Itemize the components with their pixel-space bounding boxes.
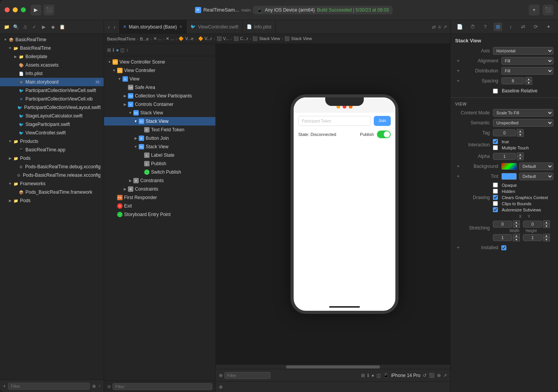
sidebar-filter-input[interactable] — [8, 383, 90, 390]
spacing-input[interactable] — [501, 77, 524, 84]
tab-viewcontroller[interactable]: 🐦 ViewController.swift — [187, 20, 242, 34]
scene-item-firstresponder[interactable]: FR First Responder — [104, 193, 215, 202]
tint-select[interactable]: Default — [519, 173, 553, 180]
canvas-btn-9[interactable]: ↗ — [443, 373, 447, 378]
nav-filter-input[interactable] — [113, 383, 212, 390]
canvas-btn-8[interactable]: ⊕ — [437, 373, 441, 378]
width-input[interactable] — [493, 234, 512, 241]
scene-item-vc[interactable]: VC View Controller — [104, 66, 215, 75]
canvas-btn-6[interactable]: ↺ — [423, 373, 427, 378]
tree-item-pods-debug[interactable]: ⚙ Pods-BasicRealTime.debug.xcconfig — [0, 162, 104, 171]
scene-item-stackview-outer[interactable]: SV Stack View — [104, 109, 215, 117]
inspector-connections-icon[interactable]: ⇄ — [519, 23, 528, 31]
scene-item-stackview-state[interactable]: SV Stack View — [104, 142, 215, 151]
nav-icon-2[interactable]: ℹ — [113, 47, 114, 53]
height-input[interactable] — [523, 234, 542, 241]
user-interaction-checkbox[interactable] — [493, 139, 498, 144]
background-swatch[interactable] — [501, 163, 517, 170]
tree-item-assets[interactable]: 🎨 Assets.xcassets — [0, 61, 104, 69]
tab-back-button[interactable]: ‹ — [106, 23, 111, 31]
hidden-checkbox[interactable] — [493, 189, 498, 194]
breadcrumb-2[interactable]: B...e — [140, 37, 149, 41]
tree-item-layout-swift[interactable]: 🐦 ParticipantCollectionViewLayout.swift — [0, 103, 104, 112]
width-increment[interactable]: ▲ — [513, 234, 520, 238]
scene-item-entrypoint[interactable]: → Storyboard Entry Point — [104, 210, 215, 219]
tab-mainstoryboard[interactable]: ✕ Main.storyboard (Base) ✕ — [119, 20, 187, 34]
canvas-scrollbar[interactable] — [216, 364, 450, 369]
width-decrement[interactable]: ▼ — [513, 238, 520, 241]
canvas-filter-input[interactable] — [224, 372, 271, 379]
scene-item-switch-publish[interactable]: ◯ Switch Publish — [104, 168, 215, 176]
scene-item-constraints-inner[interactable]: ≡ Constraints — [104, 176, 215, 185]
breadcrumb-8[interactable]: ⬛ C...r — [234, 36, 248, 41]
add-button[interactable]: + — [529, 5, 540, 15]
inspector-effects-icon[interactable]: ✦ — [545, 23, 553, 31]
scene-item-textfield[interactable]: F Text Field Token — [104, 126, 215, 134]
canvas-btn-3[interactable]: ● — [371, 373, 374, 378]
installed-checkbox[interactable] — [501, 245, 506, 250]
tab-close-button[interactable]: ✕ — [179, 25, 182, 29]
nav-icon-4[interactable]: ◫ — [120, 47, 124, 53]
tree-item-stageparticipant-swift[interactable]: 🐦 StageParticipant.swift — [0, 120, 104, 129]
x-increment[interactable]: ▲ — [513, 220, 520, 224]
background-plus[interactable]: + — [455, 163, 461, 169]
tree-item-participantcell-swift[interactable]: 🐦 ParticipantCollectionViewCell.swift — [0, 86, 104, 95]
inspector-quick-icon[interactable]: ⏱ — [468, 23, 477, 31]
tree-item-participantcell-xib[interactable]: ✕ ParticipantCollectionViewCell.xib — [0, 95, 104, 103]
canvas[interactable]: → — [216, 44, 450, 364]
tree-item-boilerplate[interactable]: 📁 Boilerplate — [0, 52, 104, 61]
tint-plus[interactable]: + — [455, 173, 461, 179]
join-button[interactable]: Join — [374, 116, 391, 126]
plus-icon[interactable]: + — [3, 384, 6, 389]
inspector-file-icon[interactable]: 📄 — [455, 23, 464, 31]
breadcrumb-4[interactable]: ✕ ... — [166, 36, 174, 41]
tag-decrement[interactable]: ▼ — [517, 133, 524, 137]
tree-item-pods-group[interactable]: 📁 Pods — [0, 154, 104, 162]
installed-plus[interactable]: + — [455, 245, 461, 251]
inspector-size-icon[interactable]: ↕ — [506, 23, 515, 31]
layout-toggle[interactable]: ⬛ — [543, 5, 553, 15]
tab-infoplist[interactable]: 📄 Info.plist — [243, 20, 276, 34]
scene-item-exit[interactable]: X Exit — [104, 202, 215, 210]
axis-select[interactable]: Horizontal Vertical — [493, 47, 553, 55]
run-button[interactable]: ▶ — [30, 5, 41, 15]
tree-item-pods2[interactable]: 📁 Pods — [0, 196, 104, 205]
inspector-attributes-icon[interactable]: ⊞ — [494, 23, 502, 31]
background-select[interactable]: Default — [519, 162, 553, 170]
y-input[interactable] — [523, 221, 542, 228]
breadcrumb-6[interactable]: 🔶 V...r — [198, 36, 212, 41]
tree-item-root[interactable]: 📦 BasicRealTime — [0, 35, 104, 44]
tree-item-infoplist[interactable]: 📄 Info.plist — [0, 69, 104, 78]
scene-item-constraints-outer[interactable]: ≡ Constraints — [104, 185, 215, 193]
publish-toggle[interactable] — [377, 131, 391, 138]
inspector-bindings-icon[interactable]: ⟳ — [532, 23, 540, 31]
height-decrement[interactable]: ▼ — [543, 238, 550, 241]
tree-item-group[interactable]: 📂 BasicRealTime — [0, 44, 104, 52]
navigator-reports-icon[interactable]: 📋 — [59, 23, 66, 30]
filter-sort-icon[interactable]: ↑ — [98, 384, 101, 389]
multiple-touch-checkbox[interactable] — [493, 145, 498, 150]
device-selector[interactable]: 📱 Any iOS Device (arm64) Build Succeeded… — [253, 6, 393, 14]
tab-forward-button[interactable]: › — [112, 23, 117, 31]
scene-item-label-state[interactable]: L Label State — [104, 151, 215, 159]
spacing-increment[interactable]: ▲ — [525, 77, 532, 81]
filter-options-icon[interactable]: ⊕ — [92, 384, 96, 389]
tag-increment[interactable]: ▲ — [517, 129, 524, 133]
opaque-checkbox[interactable] — [493, 183, 498, 188]
baseline-checkbox[interactable] — [493, 89, 498, 94]
y-increment[interactable]: ▲ — [543, 220, 550, 224]
scene-item-collectionview[interactable]: CV Collection View Participants — [104, 92, 215, 100]
grid-icon[interactable]: ≡ — [438, 24, 441, 30]
close-button[interactable] — [5, 7, 10, 12]
scene-item-controls[interactable]: V Controls Container — [104, 100, 215, 109]
tree-item-frameworks[interactable]: 📁 Frameworks — [0, 179, 104, 188]
minimize-button[interactable] — [13, 7, 18, 12]
spacing-decrement[interactable]: ▼ — [525, 81, 532, 85]
nav-icon-5[interactable]: ↕ — [126, 47, 128, 53]
y-decrement[interactable]: ▼ — [543, 224, 550, 228]
scene-item-safearea[interactable]: SA Safe Area — [104, 83, 215, 92]
breadcrumb-3[interactable]: ✕ ... — [153, 36, 161, 41]
scene-item-view[interactable]: V View — [104, 75, 215, 83]
navigator-search-icon[interactable]: 🔍 — [12, 23, 19, 30]
tint-swatch[interactable] — [501, 173, 517, 180]
